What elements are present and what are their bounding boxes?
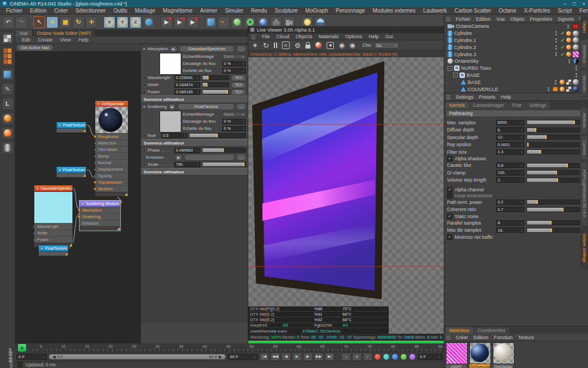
node-menu-view[interactable]: View xyxy=(60,37,71,43)
undo-button[interactable]: ↶ xyxy=(2,16,14,28)
range-end-field[interactable]: 90 F↕ xyxy=(228,354,258,360)
octane-logo-icon[interactable]: ✶ xyxy=(252,41,258,50)
menu-carbon-scatter[interactable]: Carbon Scatter xyxy=(451,8,495,14)
material-tag-icon[interactable] xyxy=(573,44,579,50)
menu-mograph[interactable]: MoGraph xyxy=(302,8,332,14)
power-slider[interactable] xyxy=(202,89,229,94)
record-button[interactable]: ● xyxy=(341,353,351,361)
maximize-button[interactable]: □ xyxy=(573,1,575,7)
wavelength-slider[interactable] xyxy=(202,75,229,80)
lv-menu-cloud[interactable]: Cloud xyxy=(277,34,290,39)
port-bump[interactable]: Bump xyxy=(95,153,128,159)
current-frame-field[interactable]: 0 F↕ xyxy=(418,354,443,360)
max-samples-field[interactable]: 6000.↕ xyxy=(496,120,524,125)
lock-z-axis-button[interactable]: Z xyxy=(130,16,142,28)
absorption-more-button[interactable]: ... xyxy=(236,45,246,52)
menu-selectionner[interactable]: Sélectionner xyxy=(72,8,110,14)
menu-magnetisme[interactable]: Magnétisme xyxy=(159,8,196,14)
minimize-button[interactable]: – xyxy=(564,1,566,7)
lv-menu-objects[interactable]: Objects xyxy=(296,34,313,39)
gi-clamp-field[interactable]: 100.↕ xyxy=(496,170,524,176)
volume-step-slider[interactable] xyxy=(526,178,580,183)
object-row-couvercle[interactable]: COUVERCLE xyxy=(444,86,580,93)
material-tag-icon[interactable] xyxy=(573,37,579,43)
power-tex-button[interactable]: TEX xyxy=(231,89,246,95)
octane-tag-icon[interactable] xyxy=(566,31,571,36)
dock-tab-hdri-light-studio[interactable]: HDRILightStudioC4D v4.5 xyxy=(580,161,588,226)
next-key-button[interactable]: ▶▶ xyxy=(314,353,323,361)
goto-end-button[interactable]: ▶| xyxy=(325,353,334,361)
dock-tab-structure[interactable]: Structure xyxy=(580,70,588,97)
lv-menu-materials[interactable]: Materials xyxy=(319,34,339,39)
play-button[interactable]: ▶ xyxy=(292,353,302,361)
lv-menu-help[interactable]: Help xyxy=(369,34,379,39)
environment-tag-icon[interactable] xyxy=(573,58,579,64)
settings-menu-help[interactable]: Help xyxy=(501,94,511,100)
layer-palette[interactable] xyxy=(2,47,13,65)
material-light[interactable]: LIGHT xyxy=(446,342,468,368)
render-view-button[interactable]: ▶ xyxy=(161,16,173,28)
port-displacement[interactable]: Displacement xyxy=(95,166,128,172)
object-row-cylindre2[interactable]: Cylindre.2 ✓ xyxy=(444,44,580,51)
mat-menu-texture[interactable]: Texture xyxy=(518,335,535,340)
mat-menu-edition[interactable]: Edition xyxy=(474,335,489,340)
lv-menu-gui[interactable]: Gui xyxy=(385,34,393,39)
menu-edition[interactable]: Edition xyxy=(26,8,51,14)
keep-environment-checkbox[interactable] xyxy=(447,193,452,198)
material-thumbnail[interactable] xyxy=(446,342,468,364)
status-checkbox[interactable] xyxy=(17,362,23,367)
lock-resolution-icon[interactable] xyxy=(305,45,310,49)
camera-tag-icon[interactable] xyxy=(572,24,579,29)
object-row-base-group[interactable]: − N BASE xyxy=(444,72,580,79)
om-menu-objets[interactable]: Objets xyxy=(510,16,524,22)
alpha-channel-checkbox[interactable]: ✓ xyxy=(447,187,452,192)
port-normal[interactable]: Normal xyxy=(95,159,128,166)
uvw-tag-icon[interactable] xyxy=(566,87,571,92)
alpha-shadows-checkbox[interactable]: ✓ xyxy=(447,156,452,161)
range-slider[interactable]: ◀ 0 F 90 F ▶ xyxy=(48,354,226,360)
parallel-samples-slider[interactable] xyxy=(526,220,580,225)
goto-start-button[interactable]: |◀ xyxy=(260,353,269,361)
add-cube-button[interactable] xyxy=(205,16,217,28)
tab-octane-node-editor[interactable]: Octane Node Editor (WIP) xyxy=(33,30,96,37)
port-roughness[interactable]: Roughness xyxy=(95,133,128,140)
object-row-base[interactable]: BASE xyxy=(444,79,580,86)
port-width[interactable]: Width xyxy=(34,230,72,236)
points-mode-button[interactable] xyxy=(2,112,14,124)
width-tex-button[interactable]: TEX xyxy=(231,82,246,88)
absorption-expand-button[interactable]: ▶ xyxy=(170,46,177,52)
node-menu-help[interactable]: Help xyxy=(78,37,89,43)
lv-menu-options[interactable]: Options xyxy=(345,34,362,39)
tab-cameraimager[interactable]: CameraImager xyxy=(469,102,508,108)
specular-depth-field[interactable]: 12.↕ xyxy=(496,135,524,140)
port-reflection[interactable]: Reflection xyxy=(95,140,128,146)
menu-fenetre[interactable]: Fenêtre xyxy=(575,8,588,14)
octane-tag-icon[interactable] xyxy=(560,87,565,92)
render-viewport[interactable]: GTX 980[P][5.2]%8870°C GTX 980[5.2]%9168… xyxy=(248,57,444,334)
menu-rendu[interactable]: Rendu xyxy=(247,8,271,14)
live-selection-tool[interactable]: ↖ xyxy=(33,16,45,28)
node-float-texture-2[interactable]: ▼ FloatTexture xyxy=(56,166,87,178)
om-menu-edition[interactable]: Edition xyxy=(476,16,491,22)
phase-slider[interactable] xyxy=(202,148,246,153)
diffuse-depth-field[interactable]: 6.↕ xyxy=(496,127,524,132)
workplane-mode-button[interactable] xyxy=(2,142,14,154)
record-scale-toggle[interactable] xyxy=(391,353,399,360)
render-settings-button[interactable]: ▶ xyxy=(187,16,199,28)
menu-fichier[interactable]: Fichier xyxy=(2,8,26,14)
tab-materiaux[interactable]: Matériaux xyxy=(445,327,473,334)
move-tool[interactable]: ✛ xyxy=(46,16,58,28)
emission-expand-button[interactable]: ▶ xyxy=(175,154,182,161)
material-octspecular[interactable]: OctSpecular xyxy=(469,342,491,368)
max-tile-samples-field[interactable]: 16.↕ xyxy=(496,227,524,233)
scattering-expand-button[interactable]: ▶ xyxy=(168,104,176,110)
tab-kernels[interactable]: Kernels xyxy=(445,102,469,108)
keyframe-selection-button[interactable]: ▸ xyxy=(363,353,372,361)
enabled-check-icon[interactable]: ✓ xyxy=(560,31,565,36)
material-tag-icon[interactable] xyxy=(573,31,579,37)
float-field[interactable]: 0.5↕ xyxy=(161,133,187,138)
uvw-tag-icon[interactable] xyxy=(566,80,571,85)
get-active-mat-button[interactable]: Get Active Mat xyxy=(16,44,53,51)
menu-script[interactable]: Script xyxy=(554,8,576,14)
scattering-blur-scale-field[interactable]: 0 %↕ xyxy=(222,126,246,131)
